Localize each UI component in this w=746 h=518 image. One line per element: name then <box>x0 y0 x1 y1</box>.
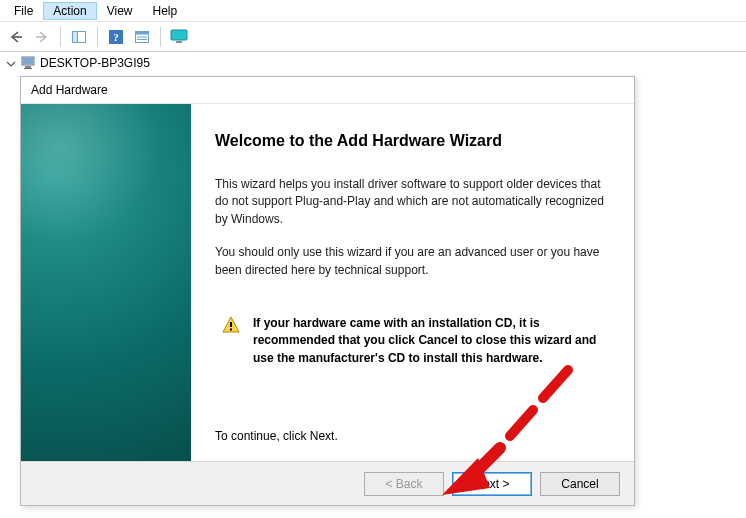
menu-help[interactable]: Help <box>143 2 188 20</box>
back-button: < Back <box>364 472 444 496</box>
toolbar-separator <box>160 27 161 47</box>
toolbar-separator <box>60 27 61 47</box>
svg-rect-10 <box>171 30 187 40</box>
next-button[interactable]: Next > <box>452 472 532 496</box>
help-icon[interactable]: ? <box>104 25 128 49</box>
svg-text:?: ? <box>113 31 119 43</box>
svg-rect-15 <box>24 68 32 69</box>
dialog-footer: < Back Next > Cancel <box>21 461 634 505</box>
dialog-title: Add Hardware <box>21 77 634 103</box>
monitor-icon[interactable] <box>167 25 191 49</box>
svg-rect-17 <box>230 328 232 330</box>
svg-rect-16 <box>230 322 232 327</box>
wizard-paragraph-2: You should only use this wizard if you a… <box>215 244 610 279</box>
toolbar-separator <box>97 27 98 47</box>
svg-rect-14 <box>25 66 31 68</box>
properties-icon[interactable] <box>130 25 154 49</box>
forward-arrow-icon[interactable] <box>30 25 54 49</box>
menu-bar: File Action View Help <box>0 0 746 22</box>
dialog-body: Welcome to the Add Hardware Wizard This … <box>21 103 634 461</box>
wizard-paragraph-1: This wizard helps you install driver sof… <box>215 176 610 228</box>
svg-rect-3 <box>73 31 78 42</box>
wizard-heading: Welcome to the Add Hardware Wizard <box>215 132 610 150</box>
wizard-content: Welcome to the Add Hardware Wizard This … <box>191 104 634 461</box>
chevron-down-icon[interactable] <box>6 58 16 68</box>
cancel-button[interactable]: Cancel <box>540 472 620 496</box>
computer-icon <box>20 55 36 71</box>
menu-view[interactable]: View <box>97 2 143 20</box>
warning-icon <box>221 315 241 367</box>
svg-rect-7 <box>136 31 149 34</box>
menu-file[interactable]: File <box>4 2 43 20</box>
wizard-warning-row: If your hardware came with an installati… <box>221 315 604 367</box>
add-hardware-dialog: Add Hardware Welcome to the Add Hardware… <box>20 76 635 506</box>
wizard-continue-text: To continue, click Next. <box>215 429 610 451</box>
svg-rect-13 <box>23 58 33 64</box>
tree-root-row[interactable]: DESKTOP-BP3GI95 <box>0 52 746 74</box>
tree-root-label: DESKTOP-BP3GI95 <box>40 56 150 70</box>
back-arrow-icon[interactable] <box>4 25 28 49</box>
show-hide-tree-icon[interactable] <box>67 25 91 49</box>
toolbar: ? <box>0 22 746 52</box>
menu-action[interactable]: Action <box>43 2 96 20</box>
svg-rect-11 <box>176 41 182 43</box>
wizard-side-image <box>21 104 191 461</box>
wizard-warning-text: If your hardware came with an installati… <box>253 315 604 367</box>
